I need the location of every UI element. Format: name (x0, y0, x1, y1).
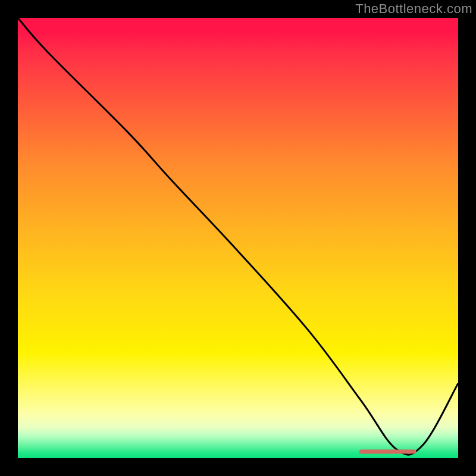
bottleneck-curve (18, 18, 458, 455)
chart-stage: TheBottleneck.com (0, 0, 476, 476)
attribution-label: TheBottleneck.com (355, 1, 472, 17)
overlay-svg (18, 18, 458, 458)
plot-area (18, 18, 458, 458)
